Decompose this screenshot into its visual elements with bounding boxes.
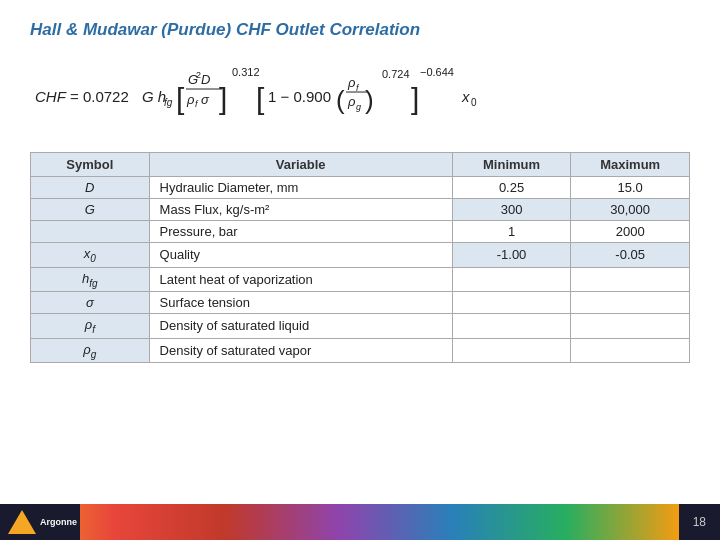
table-cell-minimum [452,292,571,314]
table-cell-minimum [452,338,571,363]
svg-text:]: ] [219,82,227,115]
svg-text:]: ] [411,82,419,115]
data-table: Symbol Variable Minimum Maximum D Hydrau… [30,152,690,363]
col-header-maximum: Maximum [571,153,690,177]
table-cell-symbol: x0 [31,243,150,268]
table-cell-minimum: 0.25 [452,177,571,199]
table-cell-symbol: ρf [31,314,150,339]
svg-text:0.724: 0.724 [382,68,410,80]
table-cell-maximum: 15.0 [571,177,690,199]
svg-text:= 0.0722: = 0.0722 [70,88,129,105]
col-header-symbol: Symbol [31,153,150,177]
svg-text:): ) [365,85,374,115]
page-content: Hall & Mudawar (Purdue) CHF Outlet Corre… [0,0,720,373]
table-cell-minimum [452,314,571,339]
argonne-logo: Argonne [0,504,80,540]
table-cell-variable: Surface tension [149,292,452,314]
table-cell-maximum: -0.05 [571,243,690,268]
svg-text:0.312: 0.312 [232,66,260,78]
table-cell-symbol: σ [31,292,150,314]
argonne-text: Argonne [40,517,77,527]
svg-text:[: [ [176,82,185,115]
table-cell-maximum: 30,000 [571,199,690,221]
table-cell-symbol: G [31,199,150,221]
svg-text:−0.644: −0.644 [420,66,454,78]
svg-text:fg: fg [164,97,173,108]
svg-text:ρ: ρ [347,75,356,90]
table-cell-symbol: hfg [31,267,150,292]
col-header-minimum: Minimum [452,153,571,177]
svg-text:[: [ [256,82,265,115]
formula-svg: CHF = 0.0722 G h fg [ G 2 D ρ f σ ] 0.31… [30,54,690,134]
table-cell-minimum: -1.00 [452,243,571,268]
table-cell-variable: Quality [149,243,452,268]
table-cell-variable: Pressure, bar [149,221,452,243]
footer-gradient [0,504,679,540]
svg-text:x: x [461,88,470,105]
page-number: 18 [679,504,720,540]
table-cell-minimum: 1 [452,221,571,243]
formula-area: CHF = 0.0722 G h fg [ G 2 D ρ f σ ] 0.31… [30,54,690,134]
svg-text:CHF: CHF [35,88,67,105]
svg-text:1 − 0.900: 1 − 0.900 [268,88,331,105]
table-cell-variable: Hydraulic Diameter, mm [149,177,452,199]
col-header-variable: Variable [149,153,452,177]
svg-text:0: 0 [471,97,477,108]
svg-text:(: ( [336,85,345,115]
table-cell-symbol [31,221,150,243]
table-cell-maximum [571,292,690,314]
table-cell-variable: Latent heat of vaporization [149,267,452,292]
page-title: Hall & Mudawar (Purdue) CHF Outlet Corre… [30,20,690,40]
table-cell-maximum [571,338,690,363]
svg-text:ρ: ρ [347,94,356,109]
table-cell-symbol: D [31,177,150,199]
table-cell-maximum [571,267,690,292]
table-cell-minimum: 300 [452,199,571,221]
svg-text:g: g [356,102,361,112]
svg-text:D: D [201,72,210,87]
table-cell-maximum [571,314,690,339]
logo-triangle-icon [8,510,36,534]
table-cell-maximum: 2000 [571,221,690,243]
svg-text:ρ: ρ [186,92,195,107]
table-cell-symbol: ρg [31,338,150,363]
svg-text:σ: σ [201,92,210,107]
table-cell-variable: Density of saturated liquid [149,314,452,339]
footer: Argonne 18 [0,504,720,540]
table-cell-variable: Mass Flux, kg/s-m² [149,199,452,221]
table-cell-variable: Density of saturated vapor [149,338,452,363]
svg-text:G h: G h [142,88,166,105]
svg-text:f: f [195,99,199,109]
table-cell-minimum [452,267,571,292]
